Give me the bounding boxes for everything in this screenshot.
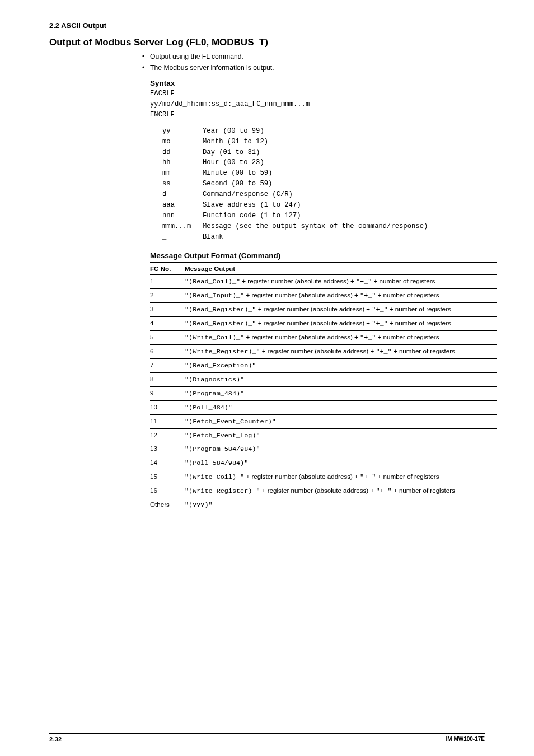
table-row: 13"(Program_584/984)" [150,442,497,456]
code-segment: "(Read_Input)_" [185,292,244,300]
syntax-field-key: ss [162,179,203,189]
syntax-field-key: mo [162,137,203,147]
text-segment: + register number (absolute address) + [256,319,372,326]
table-row: 8"(Diagnostics)" [150,372,497,386]
cell-output: "(Read_Register)_" + register number (ab… [185,317,497,331]
cell-fcno: 13 [150,442,185,456]
syntax-field-value: Month (01 to 12) [203,137,268,147]
syntax-field-value: Day (01 to 31) [203,147,260,158]
syntax-field-value: Year (00 to 99) [203,126,264,137]
table-row: 9"(Program_484)" [150,386,497,400]
cell-output: "(???)" [185,498,497,512]
table-header-output: Message Output [185,262,497,275]
cell-output: "(Write_Coil)_" + register number (absol… [185,331,497,345]
cell-output: "(Poll_484)" [185,400,497,414]
cell-fcno: 16 [150,484,185,498]
syntax-field-row: yyYear (00 to 99) [162,126,485,137]
text-segment: + register number (absolute address) + [244,473,360,480]
code-segment: "+_" [360,292,376,300]
syntax-field-row: aaaSlave address (1 to 247) [162,200,485,211]
text-segment: + number of registers [388,305,451,312]
code-segment: "(Write_Register)_" [185,348,260,356]
table-row: 12"(Fetch_Event_Log)" [150,428,497,442]
cell-output: "(Diagnostics)" [185,372,497,386]
text-segment: + register number (absolute address) + [240,277,356,284]
cell-output: "(Fetch_Event_Counter)" [185,414,497,428]
code-segment: "(Write_Coil)_" [185,334,244,342]
cell-fcno: 1 [150,275,185,289]
syntax-field-row: nnnFunction code (1 to 127) [162,211,485,221]
syntax-field-row: dCommand/response (C/R) [162,189,485,200]
syntax-field-value: Message (see the output syntax of the co… [203,221,428,232]
document-id: IM MW100-17E [446,736,485,743]
cell-output: "(Program_584/984)" [185,442,497,456]
syntax-field-row: mmm...mMessage (see the output syntax of… [162,221,485,232]
code-segment: "+_" [356,278,372,286]
text-segment: + register number (absolute address) + [260,487,376,494]
syntax-field-value: Minute (00 to 59) [203,168,272,179]
message-table: FC No. Message Output 1"(Read_Coil)_" + … [150,262,497,512]
text-segment: + number of registers [392,487,455,494]
table-row: 6"(Write_Register)_" + register number (… [150,344,497,358]
table-row: 3"(Read_Register)_" + register number (a… [150,303,497,317]
text-segment: + number of registers [376,333,439,340]
cell-output: "(Poll_584/984)" [185,456,497,470]
syntax-field-row: hhHour (00 to 23) [162,157,485,168]
code-segment: "+_" [376,487,391,495]
code-segment: "(Program_584/984)" [185,445,260,453]
syntax-field-value: Slave address (1 to 247) [203,200,301,211]
cell-output: "(Read_Register)_" + register number (ab… [185,303,497,317]
section-header: 2.2 ASCII Output [49,21,485,32]
cell-fcno: 8 [150,372,185,386]
page-title: Output of Modbus Server Log (FL0, MODBUS… [49,37,485,48]
syntax-field-key: d [162,189,203,200]
code-segment: "(???)" [185,501,213,509]
text-segment: + number of registers [372,277,435,284]
syntax-field-key: hh [162,157,203,168]
code-segment: "(Write_Coil)_" [185,473,244,481]
text-segment: + register number (absolute address) + [244,333,360,340]
cell-fcno: 9 [150,386,185,400]
text-segment: + register number (absolute address) + [244,291,360,298]
syntax-field-key: _ [162,232,203,242]
syntax-field-row: moMonth (01 to 12) [162,137,485,147]
cell-fcno: 10 [150,400,185,414]
page-number: 2-32 [49,736,62,743]
cell-output: "(Read_Coil)_" + register number (absolu… [185,275,497,289]
table-row: 10"(Poll_484)" [150,400,497,414]
table-row: 14"(Poll_584/984)" [150,456,497,470]
cell-fcno: 14 [150,456,185,470]
table-header-fcno: FC No. [150,262,185,275]
code-segment: "(Program_484)" [185,390,244,398]
cell-fcno: 5 [150,331,185,345]
cell-fcno: 2 [150,289,185,303]
bullet-list: Output using the FL command. The Modbus … [150,52,485,73]
table-row: 15"(Write_Coil)_" + register number (abs… [150,470,497,484]
text-segment: + number of registers [388,319,451,326]
cell-output: "(Write_Register)_" + register number (a… [185,344,497,358]
cell-fcno: 4 [150,317,185,331]
syntax-line: EACRLF [150,88,485,99]
syntax-field-value: Second (00 to 59) [203,179,272,189]
syntax-heading: Syntax [150,79,485,87]
syntax-line: ENCRLF [150,110,485,120]
code-segment: "(Write_Register)_" [185,487,260,495]
syntax-field-value: Hour (00 to 23) [203,157,264,168]
syntax-field-row: ssSecond (00 to 59) [162,179,485,189]
code-segment: "+_" [360,473,376,481]
text-segment: + number of registers [376,291,439,298]
table-row: 1"(Read_Coil)_" + register number (absol… [150,275,497,289]
message-format-heading: Message Output Format (Command) [150,251,485,260]
table-row: 4"(Read_Register)_" + register number (a… [150,317,497,331]
table-row: 2"(Read_Input)_" + register number (abso… [150,289,497,303]
text-segment: + register number (absolute address) + [256,305,372,312]
bullet-item: Output using the FL command. [150,52,485,63]
cell-output: "(Fetch_Event_Log)" [185,428,497,442]
page: 2.2 ASCII Output Output of Modbus Server… [0,0,534,756]
code-segment: "(Read_Register)_" [185,320,256,328]
syntax-field-key: mmm...m [162,221,203,232]
table-row: 11"(Fetch_Event_Counter)" [150,414,497,428]
cell-fcno: 7 [150,358,185,372]
cell-fcno: 6 [150,344,185,358]
cell-output: "(Write_Register)_" + register number (a… [185,484,497,498]
